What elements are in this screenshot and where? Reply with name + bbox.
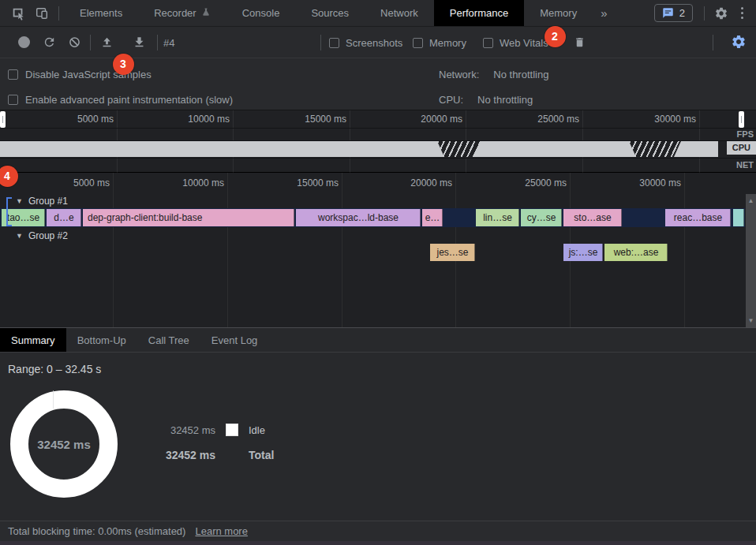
overview-left-handle[interactable] [0, 111, 6, 128]
flame-event-bar[interactable] [733, 209, 744, 226]
performance-toolbar: #4 ScreenshotsMemoryWeb Vitals [0, 27, 756, 58]
checkbox-web-vitals[interactable]: Web Vitals [483, 27, 548, 58]
net-track-label: NET [736, 160, 754, 170]
details-tab-bottom-up[interactable]: Bottom-Up [66, 328, 137, 352]
total-blocking-time-text: Total blocking time: 0.00ms (estimated) [8, 525, 185, 537]
checkbox-icon [413, 38, 423, 48]
cpu-throttling-select[interactable]: CPU: No throttling [439, 88, 539, 110]
settings-gear-icon[interactable] [709, 0, 733, 26]
record-button[interactable] [18, 36, 30, 48]
learn-more-link[interactable]: Learn more [195, 525, 247, 537]
divider [0, 128, 756, 129]
checkbox-icon [483, 38, 493, 48]
tab-sources[interactable]: Sources [295, 0, 365, 26]
reload-and-record-icon[interactable] [43, 35, 56, 49]
separator [320, 35, 321, 50]
profile-history-select[interactable]: #4 [163, 27, 315, 58]
save-profile-icon[interactable] [133, 35, 146, 49]
flame-chart[interactable]: 5000 ms10000 ms15000 ms20000 ms25000 ms3… [0, 173, 756, 327]
separator [58, 6, 59, 21]
expand-arrow-icon: ▼ [16, 197, 23, 205]
network-throttling-select[interactable]: Network: No throttling [439, 63, 567, 85]
flame-gridline [227, 173, 228, 327]
selected-group-bracket [6, 197, 12, 226]
flame-event-bar[interactable]: js:…se [563, 244, 603, 261]
checkbox-icon [329, 38, 339, 48]
details-tab-event-log[interactable]: Event Log [200, 328, 269, 352]
tab-recorder[interactable]: Recorder [138, 0, 226, 26]
flame-tick-label: 5000 ms [23, 177, 110, 189]
separator [157, 35, 158, 50]
trash-icon[interactable] [574, 35, 586, 49]
feedback-bubble-icon [662, 7, 674, 19]
feedback-count: 2 [679, 7, 685, 19]
flame-tick-label: 20000 ms [365, 177, 452, 189]
tab-performance[interactable]: Performance [434, 0, 524, 26]
cpu-idle-hatch [629, 141, 681, 157]
legend-value: 32452 ms [140, 449, 215, 461]
checkbox-memory[interactable]: Memory [413, 27, 466, 58]
tab-label: Performance [450, 7, 508, 19]
flame-event-bar[interactable]: sto…ase [563, 209, 622, 226]
cpu-track-label: CPU [727, 141, 756, 155]
tab-network[interactable]: Network [365, 0, 434, 26]
flame-event-bar[interactable]: workspac…ld-base [296, 209, 421, 226]
legend-value: 32452 ms [140, 424, 215, 436]
divider [0, 158, 756, 159]
inspect-element-icon[interactable] [6, 0, 30, 26]
devtools-tabbar: ElementsRecorderConsoleSourcesNetworkPer… [0, 0, 756, 27]
tab-elements[interactable]: Elements [64, 0, 138, 26]
checkbox-icon [8, 69, 18, 80]
checkbox-icon [8, 95, 18, 105]
track-group-label: Group #1 [28, 196, 68, 207]
flame-tick-label: 25000 ms [480, 177, 567, 189]
range-text: Range: 0 – 32.45 s [8, 363, 101, 375]
feedback-button[interactable]: 2 [654, 4, 693, 22]
checkbox-label: Screenshots [346, 37, 402, 49]
details-tab-call-tree[interactable]: Call Tree [137, 328, 200, 352]
details-tab-summary[interactable]: Summary [0, 328, 66, 352]
flame-tick-label: 30000 ms [594, 177, 681, 189]
annotation-badge-4: 4 [0, 166, 18, 187]
tab-console[interactable]: Console [226, 0, 296, 26]
tabbar-right-controls: 2 [654, 0, 756, 26]
load-profile-icon[interactable] [100, 35, 114, 49]
timeline-overview[interactable]: 5000 ms10000 ms15000 ms20000 ms25000 ms3… [0, 110, 756, 173]
more-tabs-button[interactable]: » [593, 0, 615, 26]
flame-event-bar[interactable]: reac…base [665, 209, 731, 226]
checkbox-screenshots[interactable]: Screenshots [329, 27, 402, 58]
checkbox-label: Web Vitals [500, 37, 548, 49]
flame-event-bar[interactable]: d…e [47, 209, 81, 226]
device-toolbar-icon[interactable] [30, 0, 54, 26]
flame-event-bar[interactable]: lin…se [476, 209, 519, 226]
tab-memory[interactable]: Memory [524, 0, 593, 26]
flame-gridline [684, 173, 685, 327]
flame-event-bar[interactable]: dep-graph-client:build-base [83, 209, 294, 226]
scroll-up-icon[interactable]: ▲ [746, 197, 756, 204]
flame-tick-label: 15000 ms [252, 177, 339, 189]
separator [713, 35, 713, 50]
clear-icon[interactable] [69, 36, 80, 48]
flame-event-bar[interactable]: e… [422, 209, 443, 226]
checkbox-label: Memory [429, 37, 466, 49]
scroll-down-icon[interactable]: ▼ [746, 317, 756, 324]
more-options-icon[interactable] [733, 7, 751, 19]
separator [90, 35, 91, 50]
flame-event-bar[interactable]: web:…ase [604, 244, 668, 261]
checkbox-label: Enable advanced paint instrumentation (s… [25, 94, 233, 106]
summary-pane: Range: 0 – 32.45 s 32452 ms 32452 msIdle… [0, 353, 756, 521]
legend-row: 32452 msIdle [140, 424, 265, 436]
flame-event-bar[interactable]: cy…se [521, 209, 562, 226]
overview-right-handle[interactable] [739, 111, 744, 128]
flame-event-bar[interactable]: jes…se [430, 244, 475, 261]
cpu-label: CPU: [439, 94, 463, 106]
overview-tick-label: 20000 ms [376, 114, 462, 125]
track-group-header[interactable]: ▼Group #1 [16, 195, 68, 207]
legend-row: 32452 msTotal [140, 449, 274, 461]
network-label: Network: [439, 69, 479, 80]
vertical-scrollbar[interactable]: ▲ ▼ [746, 194, 756, 327]
tab-label: Network [380, 7, 418, 19]
track-group-header[interactable]: ▼Group #2 [16, 230, 68, 242]
advanced-paint-checkbox[interactable]: Enable advanced paint instrumentation (s… [8, 88, 233, 110]
capture-settings-gear-icon[interactable] [731, 34, 747, 50]
